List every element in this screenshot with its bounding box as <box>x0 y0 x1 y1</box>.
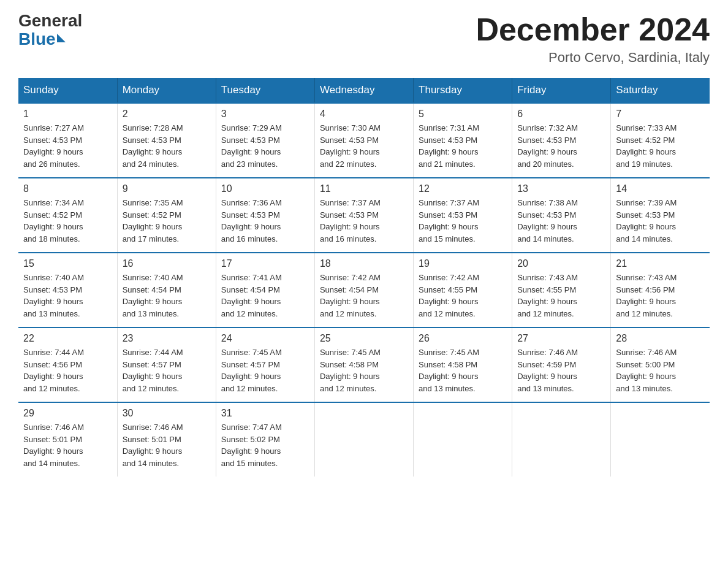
day-info: Sunrise: 7:46 AM Sunset: 5:01 PM Dayligh… <box>23 421 112 469</box>
day-number: 19 <box>419 258 507 269</box>
calendar-cell: 1 Sunrise: 7:27 AM Sunset: 4:53 PM Dayli… <box>18 103 117 178</box>
col-friday: Friday <box>512 78 611 103</box>
calendar-cell: 15 Sunrise: 7:40 AM Sunset: 4:53 PM Dayl… <box>18 253 117 327</box>
calendar-cell: 16 Sunrise: 7:40 AM Sunset: 4:54 PM Dayl… <box>117 253 216 327</box>
day-info: Sunrise: 7:39 AM Sunset: 4:53 PM Dayligh… <box>616 197 705 245</box>
day-number: 3 <box>221 109 309 120</box>
day-info: Sunrise: 7:36 AM Sunset: 4:53 PM Dayligh… <box>221 197 309 245</box>
calendar-header-row: Sunday Monday Tuesday Wednesday Thursday… <box>18 78 710 103</box>
page-header: General Blue December 2024 Porto Cervo, … <box>18 12 710 66</box>
day-info: Sunrise: 7:45 AM Sunset: 4:58 PM Dayligh… <box>419 347 507 394</box>
calendar-cell <box>314 402 413 477</box>
day-number: 24 <box>221 333 309 344</box>
day-info: Sunrise: 7:45 AM Sunset: 4:57 PM Dayligh… <box>221 347 309 394</box>
day-info: Sunrise: 7:30 AM Sunset: 4:53 PM Dayligh… <box>320 122 408 170</box>
col-monday: Monday <box>117 78 216 103</box>
col-tuesday: Tuesday <box>216 78 314 103</box>
day-number: 1 <box>23 109 112 120</box>
calendar-cell: 18 Sunrise: 7:42 AM Sunset: 4:54 PM Dayl… <box>314 253 413 327</box>
logo-blue-text: Blue <box>18 29 66 49</box>
day-info: Sunrise: 7:28 AM Sunset: 4:53 PM Dayligh… <box>123 122 211 170</box>
calendar-cell <box>414 402 512 477</box>
title-block: December 2024 Porto Cervo, Sardinia, Ita… <box>476 12 710 66</box>
day-number: 10 <box>221 183 309 194</box>
calendar-cell: 9 Sunrise: 7:35 AM Sunset: 4:52 PM Dayli… <box>117 178 216 253</box>
day-info: Sunrise: 7:34 AM Sunset: 4:52 PM Dayligh… <box>23 197 112 245</box>
day-number: 21 <box>616 258 705 269</box>
calendar-cell: 20 Sunrise: 7:43 AM Sunset: 4:55 PM Dayl… <box>512 253 611 327</box>
calendar-cell: 23 Sunrise: 7:44 AM Sunset: 4:57 PM Dayl… <box>117 327 216 402</box>
col-thursday: Thursday <box>414 78 512 103</box>
calendar-cell: 30 Sunrise: 7:46 AM Sunset: 5:01 PM Dayl… <box>117 402 216 477</box>
day-number: 23 <box>123 333 211 344</box>
day-info: Sunrise: 7:42 AM Sunset: 4:55 PM Dayligh… <box>419 272 507 320</box>
day-info: Sunrise: 7:33 AM Sunset: 4:52 PM Dayligh… <box>616 122 705 170</box>
day-info: Sunrise: 7:43 AM Sunset: 4:56 PM Dayligh… <box>616 272 705 320</box>
calendar-cell: 29 Sunrise: 7:46 AM Sunset: 5:01 PM Dayl… <box>18 402 117 477</box>
day-info: Sunrise: 7:46 AM Sunset: 5:00 PM Dayligh… <box>616 347 705 394</box>
calendar-cell: 14 Sunrise: 7:39 AM Sunset: 4:53 PM Dayl… <box>611 178 710 253</box>
calendar-cell: 10 Sunrise: 7:36 AM Sunset: 4:53 PM Dayl… <box>216 178 314 253</box>
day-number: 26 <box>419 333 507 344</box>
calendar-week-row: 8 Sunrise: 7:34 AM Sunset: 4:52 PM Dayli… <box>18 178 710 253</box>
day-number: 5 <box>419 109 507 120</box>
logo-general-text: General <box>18 12 82 29</box>
day-info: Sunrise: 7:43 AM Sunset: 4:55 PM Dayligh… <box>517 272 605 320</box>
day-number: 30 <box>123 408 211 419</box>
location-text: Porto Cervo, Sardinia, Italy <box>476 50 710 66</box>
day-info: Sunrise: 7:44 AM Sunset: 4:57 PM Dayligh… <box>123 347 211 394</box>
calendar-cell: 7 Sunrise: 7:33 AM Sunset: 4:52 PM Dayli… <box>611 103 710 178</box>
day-number: 20 <box>517 258 605 269</box>
calendar-cell: 22 Sunrise: 7:44 AM Sunset: 4:56 PM Dayl… <box>18 327 117 402</box>
day-number: 7 <box>616 109 705 120</box>
day-number: 27 <box>517 333 605 344</box>
calendar-cell: 3 Sunrise: 7:29 AM Sunset: 4:53 PM Dayli… <box>216 103 314 178</box>
day-number: 28 <box>616 333 705 344</box>
calendar-week-row: 29 Sunrise: 7:46 AM Sunset: 5:01 PM Dayl… <box>18 402 710 477</box>
day-number: 6 <box>517 109 605 120</box>
day-number: 13 <box>517 183 605 194</box>
day-info: Sunrise: 7:37 AM Sunset: 4:53 PM Dayligh… <box>419 197 507 245</box>
day-number: 29 <box>23 408 112 419</box>
logo-triangle-icon <box>57 34 66 42</box>
day-info: Sunrise: 7:38 AM Sunset: 4:53 PM Dayligh… <box>517 197 605 245</box>
calendar-cell: 27 Sunrise: 7:46 AM Sunset: 4:59 PM Dayl… <box>512 327 611 402</box>
calendar-cell <box>512 402 611 477</box>
day-info: Sunrise: 7:40 AM Sunset: 4:53 PM Dayligh… <box>23 272 112 320</box>
day-info: Sunrise: 7:41 AM Sunset: 4:54 PM Dayligh… <box>221 272 309 320</box>
day-number: 17 <box>221 258 309 269</box>
day-number: 22 <box>23 333 112 344</box>
day-number: 25 <box>320 333 408 344</box>
calendar-cell: 11 Sunrise: 7:37 AM Sunset: 4:53 PM Dayl… <box>314 178 413 253</box>
logo: General Blue <box>18 12 82 49</box>
calendar-cell: 2 Sunrise: 7:28 AM Sunset: 4:53 PM Dayli… <box>117 103 216 178</box>
day-info: Sunrise: 7:40 AM Sunset: 4:54 PM Dayligh… <box>123 272 211 320</box>
calendar-cell: 5 Sunrise: 7:31 AM Sunset: 4:53 PM Dayli… <box>414 103 512 178</box>
day-info: Sunrise: 7:46 AM Sunset: 5:01 PM Dayligh… <box>123 421 211 469</box>
month-title: December 2024 <box>476 12 710 47</box>
day-number: 18 <box>320 258 408 269</box>
day-number: 11 <box>320 183 408 194</box>
day-number: 31 <box>221 408 309 419</box>
day-number: 2 <box>123 109 211 120</box>
day-info: Sunrise: 7:46 AM Sunset: 4:59 PM Dayligh… <box>517 347 605 394</box>
col-saturday: Saturday <box>611 78 710 103</box>
col-wednesday: Wednesday <box>314 78 413 103</box>
day-info: Sunrise: 7:37 AM Sunset: 4:53 PM Dayligh… <box>320 197 408 245</box>
calendar-week-row: 1 Sunrise: 7:27 AM Sunset: 4:53 PM Dayli… <box>18 103 710 178</box>
day-number: 12 <box>419 183 507 194</box>
day-info: Sunrise: 7:42 AM Sunset: 4:54 PM Dayligh… <box>320 272 408 320</box>
day-info: Sunrise: 7:45 AM Sunset: 4:58 PM Dayligh… <box>320 347 408 394</box>
calendar-cell: 8 Sunrise: 7:34 AM Sunset: 4:52 PM Dayli… <box>18 178 117 253</box>
day-info: Sunrise: 7:27 AM Sunset: 4:53 PM Dayligh… <box>23 122 112 170</box>
calendar-cell: 24 Sunrise: 7:45 AM Sunset: 4:57 PM Dayl… <box>216 327 314 402</box>
day-number: 8 <box>23 183 112 194</box>
day-number: 4 <box>320 109 408 120</box>
calendar-cell: 17 Sunrise: 7:41 AM Sunset: 4:54 PM Dayl… <box>216 253 314 327</box>
day-number: 9 <box>123 183 211 194</box>
day-info: Sunrise: 7:31 AM Sunset: 4:53 PM Dayligh… <box>419 122 507 170</box>
day-number: 16 <box>123 258 211 269</box>
calendar-cell <box>611 402 710 477</box>
calendar-cell: 4 Sunrise: 7:30 AM Sunset: 4:53 PM Dayli… <box>314 103 413 178</box>
day-info: Sunrise: 7:32 AM Sunset: 4:53 PM Dayligh… <box>517 122 605 170</box>
